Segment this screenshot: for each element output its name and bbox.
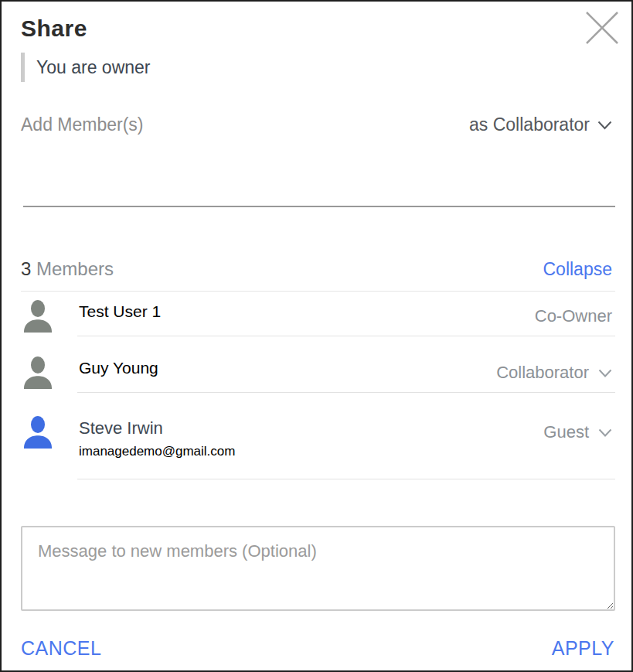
add-members-label: Add Member(s): [21, 114, 143, 135]
chevron-down-icon: [597, 121, 612, 130]
message-textarea[interactable]: [21, 526, 615, 611]
share-dialog: Share You are owner Add Member(s) as Col…: [0, 0, 633, 672]
collapse-link[interactable]: Collapse: [543, 259, 613, 280]
owner-note: You are owner: [21, 53, 150, 82]
chevron-down-icon: [598, 428, 612, 437]
owner-note-bar: [21, 53, 25, 82]
member-email: imanagedemo@gmail.com: [79, 444, 235, 459]
members-header: 3 Members Collapse: [21, 258, 612, 280]
member-row-divider: [77, 479, 615, 479]
member-role-value: Guest: [543, 422, 589, 442]
chevron-down-icon: [598, 369, 612, 377]
member-name: Steve Irwin: [79, 418, 163, 438]
owner-note-text: You are owner: [36, 57, 150, 78]
add-members-input[interactable]: [23, 179, 615, 207]
add-members-row: Add Member(s) as Collaborator: [21, 114, 612, 135]
members-count-label: 3 Members: [21, 258, 114, 280]
close-icon: [584, 11, 620, 45]
members-header-divider: [21, 291, 615, 292]
member-role-value: Co-Owner: [535, 306, 612, 326]
member-role-dropdown[interactable]: Collaborator: [496, 363, 612, 383]
member-role-value: Collaborator: [496, 363, 589, 383]
user-avatar-icon: [23, 416, 53, 449]
members-count: 3: [21, 258, 31, 279]
member-role-dropdown[interactable]: Guest: [543, 422, 612, 442]
member-row-divider: [77, 336, 615, 336]
member-row: Guy Young Collaborator: [21, 356, 612, 392]
member-row-divider: [77, 392, 615, 393]
cancel-button[interactable]: CANCEL: [21, 637, 101, 660]
user-avatar-icon: [23, 356, 53, 389]
member-row: Steve Irwin imanagedemo@gmail.com Guest: [21, 416, 612, 466]
default-role-dropdown[interactable]: as Collaborator: [469, 114, 612, 135]
dialog-title: Share: [21, 15, 87, 42]
default-role-dropdown-value: as Collaborator: [469, 114, 590, 135]
user-avatar-icon: [23, 300, 53, 333]
member-name: Test User 1: [79, 302, 161, 321]
members-word: Members: [36, 258, 114, 279]
member-role: Co-Owner: [535, 306, 612, 326]
close-button[interactable]: [583, 9, 621, 46]
member-row: Test User 1 Co-Owner: [21, 300, 612, 336]
apply-button[interactable]: APPLY: [552, 637, 614, 660]
member-name: Guy Young: [79, 359, 158, 377]
